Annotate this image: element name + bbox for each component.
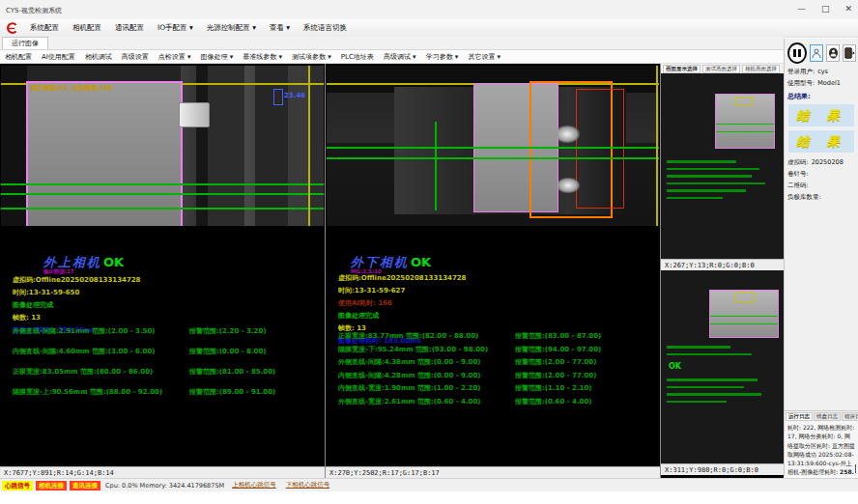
camera-image-lower[interactable]: AI识别区域 <box>327 66 659 226</box>
menu-item[interactable]: IO手配置 ▾ <box>151 23 200 33</box>
minimize-icon[interactable]: — <box>797 3 806 14</box>
camera-panel-lower: AI识别区域 外下相机OK MG:2,S:10 虚拟码:Offline20 <box>326 64 661 478</box>
camera-panel-upper: 固定阈值:93, 动态阈值:100 23.46 外上相机OK 输出数据:1T 虚… <box>0 64 326 478</box>
measurement-alert-range: 报警范围:(0.60 - 4.00) <box>515 397 592 406</box>
heartbeat-link[interactable]: 下相机心跳信号 <box>286 481 330 490</box>
exit-button[interactable] <box>843 44 856 62</box>
login-user-value: cys <box>817 68 828 75</box>
toolbar-item[interactable]: 基准线参数 ▾ <box>238 52 287 62</box>
measurement-alert-range: 报警范围:(94.00 - 97.00) <box>515 345 601 354</box>
toolbar-item[interactable]: 相机配置 <box>0 52 37 62</box>
camera-name: 外下相机 <box>351 255 409 269</box>
measurement-row: 内侧直线-间隔:4.60mm 范围:(3.00 - 6.00) 报警范围:(0.… <box>0 347 325 356</box>
menu-item[interactable]: 查看 ▾ <box>263 23 297 33</box>
preview-tab[interactable]: 测试画面选择 <box>702 65 740 73</box>
measurement-row: 隔膜宽度-上:90.56mm 范围:(88.00 - 92.00) 报警范围:(… <box>0 387 325 397</box>
log-scrollbar[interactable] <box>855 464 857 473</box>
toolbar-item[interactable]: AI使用配置 <box>37 52 80 62</box>
mini-ok-label: OK <box>669 362 681 371</box>
result-badge-lower: 结 果 <box>788 130 854 153</box>
menu-item[interactable]: 系统配置 <box>23 23 66 33</box>
menu-item[interactable]: 相机配置 <box>66 23 108 33</box>
log-tab-strip: 运行日志线盘日志错误日志 <box>785 411 858 421</box>
exit-door-icon <box>844 47 855 59</box>
measurement-alert-range: 报警范围:(83.00 - 87.00) <box>515 331 601 341</box>
preview-view-2[interactable]: OK <box>661 270 784 463</box>
measurement-value: 外侧直线-宽度:2.61mm 范围:(0.60 - 4.00) <box>326 397 515 406</box>
login-user-row: 登录用户: cys <box>785 66 858 77</box>
measurement-value: 隔膜宽度-上:90.56mm 范围:(88.00 - 92.00) <box>0 387 189 397</box>
side-panel: 登录用户: cys 使用型号: Model1 总结果: 结 果 结 果 虚拟码:… <box>784 39 858 476</box>
mini-photo <box>715 94 775 149</box>
field-value: 20250208 <box>812 158 844 166</box>
measurement-row: 外侧直线-间隔:2.91mm 范围:(2.00 - 3.50) 报警范围:(2.… <box>0 326 325 336</box>
toolbar-item[interactable]: 高级调试 ▾ <box>379 52 421 62</box>
log-tab[interactable]: 线盘日志 <box>814 412 841 421</box>
bright-blob <box>555 126 580 143</box>
tab-strip: 运行图像 <box>0 37 784 50</box>
barcode-line: 虚拟码:Offline20250208133134728 <box>338 273 467 283</box>
tab-run-image[interactable]: 运行图像 <box>2 37 48 49</box>
log-tab[interactable]: 运行日志 <box>786 412 813 421</box>
heartbeat-links: 上相机心跳信号下相机心跳信号 <box>232 481 329 490</box>
menu-item[interactable]: 光源控制配置 ▾ <box>200 23 263 33</box>
menu-item[interactable]: 通讯配置 <box>108 23 151 33</box>
frames-line: 帧数: 13 <box>13 313 141 322</box>
total-result-label: 总结果: <box>785 89 858 102</box>
admin-button[interactable] <box>826 44 840 62</box>
field-label: 卷针号: <box>787 170 809 179</box>
cpu-memory-text: Cpu: 0.0% Memory: 3424.41796875M <box>105 482 224 490</box>
measurement-alert-range: 报警范围:(0.00 - 8.00) <box>189 347 267 356</box>
close-icon[interactable]: ✕ <box>844 3 852 14</box>
field-row: 卷针号: <box>785 168 858 180</box>
baseline-yellow-vertical <box>308 66 310 226</box>
pause-icon <box>798 49 801 57</box>
tool-bar: 相机配置AI使用配置相机调试高级设置点检设置 ▾图像处理 ▾基准线参数 ▾测试项… <box>0 50 784 64</box>
cursor-coords-upper: X:7677;Y:891;R:14;G:14;B:14 <box>0 466 325 478</box>
field-list: 虚拟码: 20250208 卷针号: 二维码: 负极库数量: <box>785 156 858 203</box>
measurement-value: 正极宽度:83.05mm 范围:(80.00 - 86.00) <box>0 367 189 377</box>
model-value: Model1 <box>817 79 841 87</box>
done-line: 图像处理完成 <box>338 311 467 321</box>
measurement-list: 外侧直线-间隔:2.91mm 范围:(2.00 - 3.50) 报警范围:(2.… <box>0 326 325 407</box>
preview-tab[interactable]: 相机画面选择 <box>742 65 780 73</box>
result-badge-upper: 结 果 <box>788 104 854 126</box>
status-badge: 心跳信号 <box>2 481 33 490</box>
measurement-value: 外侧直线-间隔:2.91mm 范围:(2.00 - 3.50) <box>0 326 189 336</box>
roi-rect-red <box>576 89 624 209</box>
barcode-line: 虚拟码:Offline20250208133134728 <box>13 275 141 285</box>
measurement-alert-range: 报警范围:(2.00 - 77.00) <box>515 357 596 367</box>
toolbar-item[interactable]: PLC地址表 <box>336 52 379 62</box>
app-logo-icon <box>6 22 18 35</box>
preview-tab[interactable]: 画面显示选择 <box>663 65 701 73</box>
result-ok-label: OK <box>103 255 124 269</box>
measurement-value: 正极宽度:83.77mm 范围:(82.00 - 88.00) <box>326 331 515 341</box>
toolbar-item[interactable]: 图像处理 ▾ <box>196 52 239 62</box>
toolbar-item[interactable]: 相机调试 <box>80 52 117 62</box>
point-value-label: 23.46 <box>284 92 305 99</box>
toolbar-item[interactable]: 高级设置 <box>117 52 154 62</box>
measurement-alert-range: 报警范围:(1.10 - 2.10) <box>515 383 592 393</box>
toolbar-item[interactable]: 学习参数 ▾ <box>421 52 464 62</box>
result-ok-label: OK <box>411 255 431 269</box>
connector-object <box>179 102 210 127</box>
menu-item[interactable]: 系统语言切换 <box>297 23 354 33</box>
maximize-icon[interactable]: □ <box>821 3 830 14</box>
run-pause-button[interactable] <box>787 42 807 64</box>
point-marker-blue <box>273 89 283 105</box>
user-button[interactable] <box>810 44 823 62</box>
toolbar-item[interactable]: 测试项参数 ▾ <box>287 52 336 62</box>
measure-line-green <box>1 208 324 210</box>
measure-line-green <box>1 183 324 185</box>
measurement-list: 正极宽度:83.77mm 范围:(82.00 - 88.00) 报警范围:(83… <box>326 331 660 409</box>
toolbar-item[interactable]: 其它设置 ▾ <box>463 52 505 62</box>
camera-image-upper[interactable]: 固定阈值:93, 动态阈值:100 23.46 <box>1 66 324 226</box>
person-dark-icon <box>828 47 839 59</box>
preview-view-1[interactable] <box>661 73 784 259</box>
measurement-row: 内侧直线-间隔:4.28mm 范围:(0.00 - 9.00) 报警范围:(2.… <box>326 371 660 380</box>
heartbeat-link[interactable]: 上相机心跳信号 <box>232 481 276 490</box>
log-tab[interactable]: 错误日志 <box>842 412 858 421</box>
measure-line-green-vertical <box>435 122 437 210</box>
toolbar-item[interactable]: 点检设置 ▾ <box>154 52 196 62</box>
login-user-label: 登录用户: <box>787 68 815 76</box>
